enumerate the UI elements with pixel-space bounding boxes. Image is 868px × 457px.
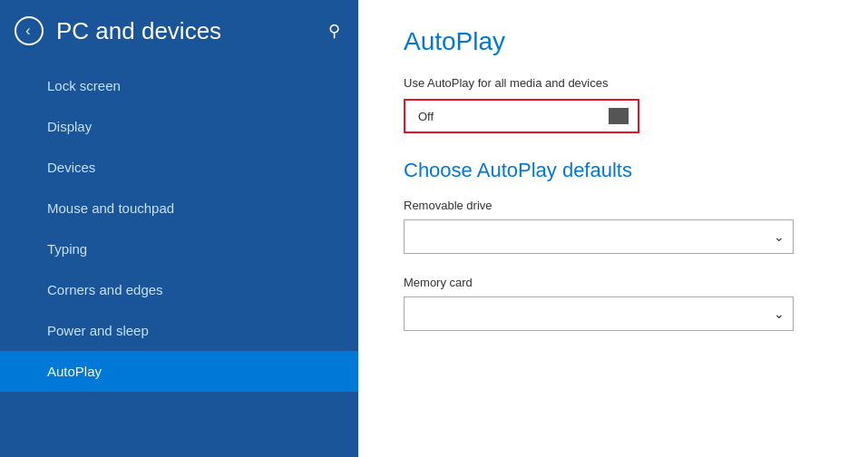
memory-card-label: Memory card [404, 276, 823, 289]
sidebar-header: ‹ PC and devices ⚲ [0, 0, 358, 62]
sidebar-title: PC and devices [56, 17, 316, 45]
removable-drive-select[interactable] [404, 219, 794, 254]
sidebar-item-lock-screen[interactable]: Lock screen [0, 65, 358, 106]
sidebar-nav: Lock screen Display Devices Mouse and to… [0, 65, 358, 392]
sidebar-item-power-sleep[interactable]: Power and sleep [0, 310, 358, 351]
autoplay-toggle[interactable]: Off [404, 99, 639, 133]
memory-card-wrapper: ⌄ [404, 297, 794, 331]
page-title: AutoPlay [404, 27, 823, 56]
toggle-state-label: Off [405, 101, 587, 131]
sidebar-item-typing[interactable]: Typing [0, 228, 358, 269]
choose-defaults-title: Choose AutoPlay defaults [404, 159, 823, 182]
sidebar-item-mouse-touchpad[interactable]: Mouse and touchpad [0, 188, 358, 228]
removable-drive-wrapper: ⌄ [404, 219, 794, 254]
toggle-description: Use AutoPlay for all media and devices [404, 76, 823, 90]
memory-card-select[interactable] [404, 297, 794, 331]
sidebar-item-corners-edges[interactable]: Corners and edges [0, 269, 358, 310]
sidebar: ‹ PC and devices ⚲ Lock screen Display D… [0, 0, 358, 457]
sidebar-item-devices[interactable]: Devices [0, 147, 358, 188]
sidebar-item-autoplay[interactable]: AutoPlay [0, 351, 358, 392]
main-content: AutoPlay Use AutoPlay for all media and … [358, 0, 868, 457]
toggle-switch[interactable] [587, 106, 632, 126]
back-arrow-icon: ‹ [25, 24, 30, 38]
removable-drive-label: Removable drive [404, 199, 823, 212]
toggle-thumb-icon [609, 108, 629, 124]
back-button[interactable]: ‹ [15, 16, 44, 45]
sidebar-item-display[interactable]: Display [0, 106, 358, 147]
search-icon[interactable]: ⚲ [328, 21, 340, 41]
